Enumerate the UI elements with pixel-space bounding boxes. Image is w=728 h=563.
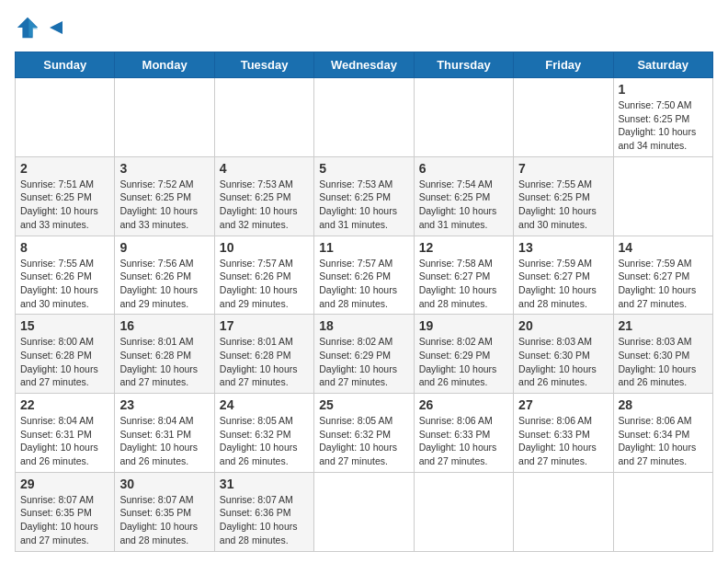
day-number: 6 <box>419 161 508 176</box>
day-number: 9 <box>119 240 209 255</box>
day-number: 17 <box>220 318 309 333</box>
day-number: 30 <box>119 477 209 491</box>
empty-cell <box>314 78 414 157</box>
day-number: 19 <box>419 318 508 333</box>
calendar-day: 13 Sunrise: 7:59 AM Sunset: 6:27 PM Dayl… <box>514 236 613 315</box>
calendar-day: 4 Sunrise: 7:53 AM Sunset: 6:25 PM Dayli… <box>214 156 313 236</box>
calendar-day: 10 Sunrise: 7:57 AM Sunset: 6:26 PM Dayl… <box>214 236 313 315</box>
calendar-day: 31 Sunrise: 8:07 AM Sunset: 6:36 PM Dayl… <box>214 472 313 551</box>
day-info: Sunrise: 7:56 AM Sunset: 6:26 PM Dayligh… <box>119 257 209 311</box>
calendar-day: 29 Sunrise: 8:07 AM Sunset: 6:35 PM Dayl… <box>16 472 115 551</box>
day-number: 4 <box>220 161 309 176</box>
day-number: 14 <box>619 240 708 255</box>
day-info: Sunrise: 8:07 AM Sunset: 6:35 PM Dayligh… <box>20 493 109 547</box>
calendar-day: 1 Sunrise: 7:50 AM Sunset: 6:25 PM Dayli… <box>613 78 712 157</box>
day-number: 10 <box>220 240 309 255</box>
calendar-day: 22 Sunrise: 8:04 AM Sunset: 6:31 PM Dayl… <box>16 394 115 473</box>
day-info: Sunrise: 7:55 AM Sunset: 6:25 PM Dayligh… <box>518 178 608 232</box>
empty-cell <box>214 78 313 157</box>
day-info: Sunrise: 8:04 AM Sunset: 6:31 PM Dayligh… <box>20 414 109 468</box>
day-number: 11 <box>319 240 408 255</box>
calendar-day: 7 Sunrise: 7:55 AM Sunset: 6:25 PM Dayli… <box>514 156 613 236</box>
empty-cell <box>16 78 115 157</box>
day-header-thursday: Thursday <box>414 52 513 78</box>
calendar-week-row: 2 Sunrise: 7:51 AM Sunset: 6:25 PM Dayli… <box>16 156 713 236</box>
day-number: 13 <box>518 240 608 255</box>
day-header-friday: Friday <box>514 52 613 78</box>
day-info: Sunrise: 8:06 AM Sunset: 6:34 PM Dayligh… <box>619 414 708 468</box>
logo-arrow-icon <box>46 17 66 38</box>
calendar-day: 20 Sunrise: 8:03 AM Sunset: 6:30 PM Dayl… <box>514 315 613 394</box>
day-number: 27 <box>518 397 608 412</box>
calendar-day: 6 Sunrise: 7:54 AM Sunset: 6:25 PM Dayli… <box>414 156 513 236</box>
day-info: Sunrise: 8:07 AM Sunset: 6:35 PM Dayligh… <box>119 493 209 547</box>
day-info: Sunrise: 8:06 AM Sunset: 6:33 PM Dayligh… <box>518 414 608 468</box>
calendar-day: 23 Sunrise: 8:04 AM Sunset: 6:31 PM Dayl… <box>115 394 214 473</box>
day-info: Sunrise: 8:02 AM Sunset: 6:29 PM Dayligh… <box>419 335 508 389</box>
calendar-day: 17 Sunrise: 8:01 AM Sunset: 6:28 PM Dayl… <box>214 315 313 394</box>
empty-cell <box>314 472 414 551</box>
calendar-week-row: 29 Sunrise: 8:07 AM Sunset: 6:35 PM Dayl… <box>16 472 713 551</box>
day-info: Sunrise: 8:05 AM Sunset: 6:32 PM Dayligh… <box>220 414 309 468</box>
day-number: 31 <box>220 477 309 491</box>
day-info: Sunrise: 8:05 AM Sunset: 6:32 PM Dayligh… <box>319 414 408 468</box>
day-number: 5 <box>319 161 408 176</box>
day-number: 1 <box>619 82 708 97</box>
calendar-week-row: 1 Sunrise: 7:50 AM Sunset: 6:25 PM Dayli… <box>16 78 713 157</box>
empty-cell <box>414 472 513 551</box>
day-info: Sunrise: 7:54 AM Sunset: 6:25 PM Dayligh… <box>419 178 508 232</box>
empty-cell <box>514 78 613 157</box>
calendar-day: 19 Sunrise: 8:02 AM Sunset: 6:29 PM Dayl… <box>414 315 513 394</box>
calendar-day: 21 Sunrise: 8:03 AM Sunset: 6:30 PM Dayl… <box>613 315 712 394</box>
empty-cell <box>414 78 513 157</box>
calendar-day: 12 Sunrise: 7:58 AM Sunset: 6:27 PM Dayl… <box>414 236 513 315</box>
day-info: Sunrise: 7:59 AM Sunset: 6:27 PM Dayligh… <box>518 257 608 311</box>
day-number: 16 <box>119 318 209 333</box>
day-info: Sunrise: 7:55 AM Sunset: 6:26 PM Dayligh… <box>20 257 109 311</box>
day-info: Sunrise: 8:07 AM Sunset: 6:36 PM Dayligh… <box>220 493 309 547</box>
calendar-day: 24 Sunrise: 8:05 AM Sunset: 6:32 PM Dayl… <box>214 394 313 473</box>
calendar-day: 30 Sunrise: 8:07 AM Sunset: 6:35 PM Dayl… <box>115 472 214 551</box>
day-number: 7 <box>518 161 608 176</box>
day-info: Sunrise: 7:59 AM Sunset: 6:27 PM Dayligh… <box>619 257 708 311</box>
calendar-day: 27 Sunrise: 8:06 AM Sunset: 6:33 PM Dayl… <box>514 394 613 473</box>
calendar-day: 16 Sunrise: 8:01 AM Sunset: 6:28 PM Dayl… <box>115 315 214 394</box>
day-info: Sunrise: 8:02 AM Sunset: 6:29 PM Dayligh… <box>319 335 408 389</box>
day-number: 15 <box>20 318 109 333</box>
calendar-day: 3 Sunrise: 7:52 AM Sunset: 6:25 PM Dayli… <box>115 156 214 236</box>
day-number: 25 <box>319 397 408 412</box>
day-info: Sunrise: 8:01 AM Sunset: 6:28 PM Dayligh… <box>220 335 309 389</box>
day-header-tuesday: Tuesday <box>214 52 313 78</box>
day-info: Sunrise: 7:52 AM Sunset: 6:25 PM Dayligh… <box>119 178 209 232</box>
day-number: 2 <box>20 161 109 176</box>
calendar-day: 15 Sunrise: 8:00 AM Sunset: 6:28 PM Dayl… <box>16 315 115 394</box>
page-header <box>15 15 713 40</box>
day-info: Sunrise: 8:00 AM Sunset: 6:28 PM Dayligh… <box>20 335 109 389</box>
day-info: Sunrise: 8:06 AM Sunset: 6:33 PM Dayligh… <box>419 414 508 468</box>
calendar-day: 28 Sunrise: 8:06 AM Sunset: 6:34 PM Dayl… <box>613 394 712 473</box>
calendar-day: 25 Sunrise: 8:05 AM Sunset: 6:32 PM Dayl… <box>314 394 414 473</box>
calendar-day: 8 Sunrise: 7:55 AM Sunset: 6:26 PM Dayli… <box>16 236 115 315</box>
day-info: Sunrise: 7:53 AM Sunset: 6:25 PM Dayligh… <box>220 178 309 232</box>
day-header-wednesday: Wednesday <box>314 52 414 78</box>
day-number: 28 <box>619 397 708 412</box>
calendar-week-row: 15 Sunrise: 8:00 AM Sunset: 6:28 PM Dayl… <box>16 315 713 394</box>
day-number: 21 <box>619 318 708 333</box>
day-info: Sunrise: 8:03 AM Sunset: 6:30 PM Dayligh… <box>518 335 608 389</box>
day-info: Sunrise: 8:03 AM Sunset: 6:30 PM Dayligh… <box>619 335 708 389</box>
logo-icon <box>15 15 40 40</box>
day-number: 3 <box>119 161 209 176</box>
logo <box>15 15 68 40</box>
svg-marker-2 <box>50 21 63 34</box>
calendar-week-row: 8 Sunrise: 7:55 AM Sunset: 6:26 PM Dayli… <box>16 236 713 315</box>
day-info: Sunrise: 7:51 AM Sunset: 6:25 PM Dayligh… <box>20 178 109 232</box>
empty-cell <box>613 472 712 551</box>
day-info: Sunrise: 7:50 AM Sunset: 6:25 PM Dayligh… <box>619 98 708 153</box>
day-header-sunday: Sunday <box>16 52 115 78</box>
day-number: 22 <box>20 397 109 412</box>
calendar-day: 11 Sunrise: 7:57 AM Sunset: 6:26 PM Dayl… <box>314 236 414 315</box>
day-number: 26 <box>419 397 508 412</box>
day-info: Sunrise: 8:01 AM Sunset: 6:28 PM Dayligh… <box>119 335 209 389</box>
day-info: Sunrise: 7:53 AM Sunset: 6:25 PM Dayligh… <box>319 178 408 232</box>
calendar-header-row: SundayMondayTuesdayWednesdayThursdayFrid… <box>16 52 713 78</box>
